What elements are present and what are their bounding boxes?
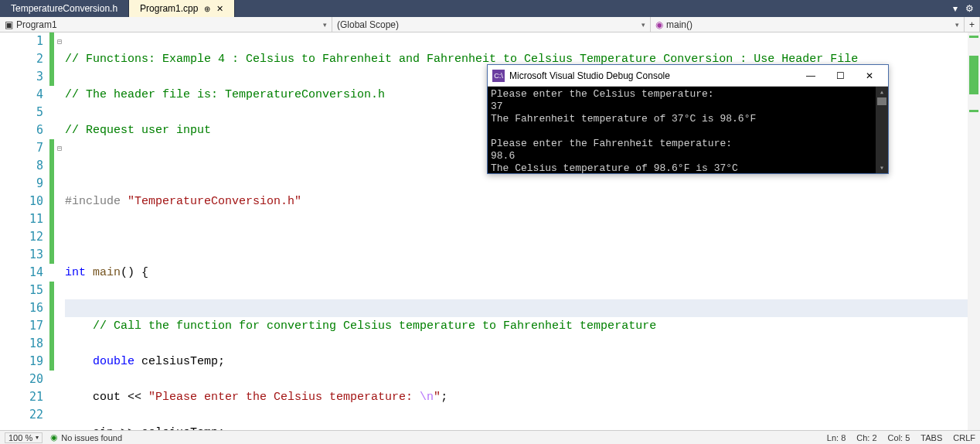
console-line: The Fahrenheit temperature of 37°C is 98… xyxy=(491,113,756,125)
code-text: "TemperatureConversion.h" xyxy=(128,195,301,208)
nav-member-dropdown[interactable]: ◉ main() ▾ xyxy=(651,17,965,32)
chevron-down-icon: ▾ xyxy=(641,21,645,29)
scroll-up-arrow-icon[interactable]: ▴ xyxy=(876,87,888,97)
maximize-button[interactable]: ☐ xyxy=(826,68,854,84)
project-icon: ▣ xyxy=(5,19,13,30)
console-line: Please enter the Fahrenheit temperature: xyxy=(491,138,732,149)
chevron-down-icon: ▾ xyxy=(323,21,327,29)
close-button[interactable]: ✕ xyxy=(856,68,883,84)
console-line: 37 xyxy=(491,101,503,112)
code-text: celsiusTemp; xyxy=(134,355,225,368)
code-text: // Call the function for converting Cels… xyxy=(93,319,656,333)
current-line xyxy=(65,299,980,317)
no-issues-icon: ◉ xyxy=(50,432,58,442)
code-text: double xyxy=(93,355,134,368)
nav-add-button[interactable]: + xyxy=(965,17,980,32)
issues-label[interactable]: No issues found xyxy=(61,433,122,442)
chevron-down-icon: ▾ xyxy=(36,434,39,441)
console-titlebar[interactable]: C:\ Microsoft Visual Studio Debug Consol… xyxy=(488,65,888,87)
status-right: Ln: 8 Ch: 2 Col: 5 TABS CRLF xyxy=(827,433,975,442)
cursor-line[interactable]: Ln: 8 xyxy=(827,433,846,442)
chevron-down-icon: ▾ xyxy=(955,21,959,29)
console-line: 98.6 xyxy=(491,150,515,162)
fold-gutter[interactable]: ⊟⊟ xyxy=(54,32,65,430)
tabs-right-controls: ▾ ⚙ xyxy=(953,0,980,17)
nav-project-label: Program1 xyxy=(16,19,57,30)
window-buttons: — ☐ ✕ xyxy=(797,68,883,84)
nav-scope-dropdown[interactable]: (Global Scope) ▾ xyxy=(332,17,651,32)
line-endings[interactable]: CRLF xyxy=(953,433,975,442)
console-line: The Celsius temperature of 98.6°F is 37°… xyxy=(491,162,738,173)
zoom-value: 100 % xyxy=(9,433,32,442)
code-text: main xyxy=(93,266,121,279)
settings-gear-icon[interactable]: ⚙ xyxy=(965,3,974,14)
nav-scope-label: (Global Scope) xyxy=(337,19,399,30)
close-icon[interactable]: ✕ xyxy=(216,4,223,14)
code-text: // The header file is: TemperatureConver… xyxy=(65,88,385,101)
tab-label: Program1.cpp xyxy=(140,3,198,14)
scroll-down-arrow-icon[interactable]: ▾ xyxy=(876,162,888,173)
tab-temperatureconversion-h[interactable]: TemperatureConversion.h xyxy=(0,0,129,17)
tabs-overflow-icon[interactable]: ▾ xyxy=(953,3,958,14)
cursor-char[interactable]: Ch: 2 xyxy=(856,433,876,442)
tab-label: TemperatureConversion.h xyxy=(11,3,117,14)
method-icon: ◉ xyxy=(655,19,663,30)
console-app-icon: C:\ xyxy=(492,70,505,82)
code-text: int xyxy=(65,266,86,279)
indent-mode[interactable]: TABS xyxy=(920,433,942,442)
code-nav-bar: ▣ Program1 ▾ (Global Scope) ▾ ◉ main() ▾… xyxy=(0,17,980,32)
code-text: cout << xyxy=(93,391,148,404)
console-title: Microsoft Visual Studio Debug Console xyxy=(509,70,670,81)
code-text: \n xyxy=(420,391,434,404)
code-text: // Request user input xyxy=(65,124,211,137)
plus-icon: + xyxy=(969,19,975,30)
scrollbar-map[interactable] xyxy=(968,32,980,430)
console-output[interactable]: Please enter the Celsius temperature: 37… xyxy=(488,87,888,173)
line-number-gutter: 12345678910111213141516171819202122 xyxy=(0,32,49,430)
code-text: () { xyxy=(121,266,148,279)
console-line: Please enter the Celsius temperature: xyxy=(491,88,714,100)
cursor-col[interactable]: Col: 5 xyxy=(888,433,910,442)
tab-program1-cpp[interactable]: Program1.cpp ⊕ ✕ xyxy=(129,0,235,17)
code-text: " xyxy=(434,391,441,404)
nav-member-label: main() xyxy=(666,19,692,30)
status-bar: 100 % ▾ ◉ No issues found Ln: 8 Ch: 2 Co… xyxy=(0,430,980,444)
code-text: #include xyxy=(65,195,121,208)
minimize-button[interactable]: — xyxy=(797,68,825,84)
pin-icon[interactable]: ⊕ xyxy=(204,5,210,13)
console-scrollbar[interactable]: ▴ ▾ xyxy=(876,87,888,173)
scroll-thumb[interactable] xyxy=(877,97,886,105)
zoom-dropdown[interactable]: 100 % ▾ xyxy=(5,432,43,443)
document-tabs: TemperatureConversion.h Program1.cpp ⊕ ✕… xyxy=(0,0,980,17)
code-text: "Please enter the Celsius temperature: xyxy=(148,391,420,404)
nav-project-dropdown[interactable]: ▣ Program1 ▾ xyxy=(0,17,332,32)
debug-console-window[interactable]: C:\ Microsoft Visual Studio Debug Consol… xyxy=(487,64,889,174)
code-text: ; xyxy=(441,391,447,404)
